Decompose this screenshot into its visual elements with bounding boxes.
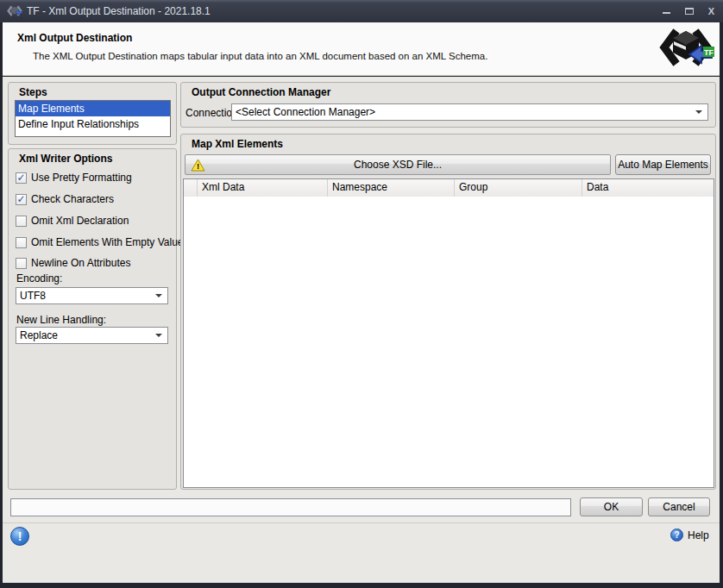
- dropdown-arrow-icon: [695, 110, 702, 114]
- checkbox-row-omit-elements-with-empty-value: ✓ Omit Elements With Empty Value: [16, 235, 184, 249]
- status-message-input[interactable]: [10, 498, 571, 516]
- steps-item-define-input-relationships[interactable]: Define Input Relationships: [16, 116, 170, 132]
- check-characters-checkbox[interactable]: ✓: [16, 194, 27, 205]
- checkbox-label: Omit Elements With Empty Value: [31, 236, 184, 248]
- encoding-value: UTF8: [16, 290, 155, 302]
- encoding-dropdown[interactable]: UTF8: [16, 287, 168, 304]
- connection-manager-value: <Select Connection Manager>: [232, 106, 695, 118]
- checkbox-label: Omit Xml Declaration: [31, 215, 129, 227]
- dialog-body: Steps Map Elements Define Input Relation…: [3, 77, 720, 583]
- checkbox-label: Newline On Attributes: [31, 257, 130, 269]
- auto-map-elements-label: Auto Map Elements: [618, 159, 708, 171]
- grid-header-data[interactable]: Data: [582, 179, 714, 197]
- grid-header-group[interactable]: Group: [455, 179, 582, 197]
- help-icon: ?: [670, 529, 683, 541]
- grid-header-namespace[interactable]: Namespace: [328, 179, 455, 197]
- xml-writer-options-panel: Xml Writer Options ✓ Use Pretty Formatti…: [8, 148, 177, 490]
- checkbox-label: Check Characters: [31, 193, 114, 205]
- checkbox-row-check-characters: ✓ Check Characters: [16, 192, 114, 206]
- window-title: TF - Xml Output Destination - 2021.18.1: [27, 5, 211, 17]
- encoding-label: Encoding:: [16, 272, 62, 285]
- dropdown-arrow-icon: [155, 334, 162, 337]
- new-line-handling-value: Replace: [16, 329, 155, 341]
- dialog-window: TF - Xml Output Destination - 2021.18.1 …: [0, 0, 723, 588]
- page-subtitle: The XML Output Destination maps tabular …: [33, 51, 487, 61]
- use-pretty-formatting-checkbox[interactable]: ✓: [16, 172, 27, 184]
- new-line-handling-label: New Line Handling:: [16, 314, 106, 326]
- grid-row-selector-header[interactable]: [184, 179, 198, 197]
- info-button[interactable]: !: [10, 527, 29, 546]
- task-factory-logo: TF: [659, 26, 714, 72]
- auto-map-elements-button[interactable]: Auto Map Elements: [615, 154, 711, 175]
- steps-panel: Steps Map Elements Define Input Relation…: [8, 82, 177, 145]
- checkbox-row-newline-on-attributes: ✓ Newline On Attributes: [16, 256, 130, 270]
- checkbox-label: Use Pretty Formatting: [31, 172, 132, 184]
- svg-text:!: !: [197, 161, 199, 171]
- grid-header-xml-data[interactable]: Xml Data: [198, 179, 328, 197]
- page-title: Xml Output Destination: [17, 32, 132, 44]
- grid-header-row: Xml Data Namespace Group Data: [184, 179, 714, 197]
- cancel-label: Cancel: [663, 501, 695, 513]
- app-logo-icon: [7, 4, 22, 18]
- ok-button[interactable]: OK: [580, 497, 643, 516]
- maximize-icon: [685, 8, 694, 15]
- help-label: Help: [688, 529, 709, 541]
- steps-listbox: Map Elements Define Input Relationships: [15, 100, 171, 137]
- checkmark-icon: ✓: [16, 172, 25, 183]
- maximize-button[interactable]: [685, 8, 694, 15]
- xml-writer-options-title: Xml Writer Options: [19, 153, 112, 165]
- info-icon: !: [18, 529, 22, 543]
- newline-on-attributes-checkbox[interactable]: ✓: [16, 258, 27, 269]
- grid-body-empty: [184, 197, 714, 487]
- checkmark-icon: ✓: [16, 194, 25, 204]
- close-icon: X: [708, 7, 714, 16]
- xml-mapping-grid: Xml Data Namespace Group Data: [183, 178, 714, 488]
- warning-icon: !: [191, 159, 205, 172]
- new-line-handling-dropdown[interactable]: Replace: [16, 327, 168, 344]
- checkbox-row-omit-xml-declaration: ✓ Omit Xml Declaration: [16, 214, 129, 228]
- minimize-icon: [663, 12, 670, 14]
- omit-elements-with-empty-value-checkbox[interactable]: ✓: [16, 237, 27, 248]
- footer-separator: [3, 522, 720, 523]
- output-connection-manager-panel: Output Connection Manager Connection: <S…: [180, 82, 716, 128]
- titlebar[interactable]: TF - Xml Output Destination - 2021.18.1 …: [0, 0, 723, 22]
- output-connection-manager-title: Output Connection Manager: [192, 86, 330, 98]
- cancel-button[interactable]: Cancel: [648, 497, 710, 516]
- choose-xsd-file-label: Choose XSD File...: [354, 159, 442, 171]
- checkbox-row-use-pretty-formatting: ✓ Use Pretty Formatting: [16, 171, 132, 185]
- help-button[interactable]: ? Help: [670, 529, 709, 541]
- map-xml-elements-panel: Map Xml Elements ! Choose XSD File... Au…: [180, 134, 716, 490]
- steps-item-map-elements[interactable]: Map Elements: [16, 101, 170, 116]
- map-xml-elements-title: Map Xml Elements: [192, 138, 283, 150]
- connection-manager-dropdown[interactable]: <Select Connection Manager>: [231, 103, 708, 121]
- dropdown-arrow-icon: [155, 294, 162, 297]
- close-button[interactable]: X: [708, 7, 714, 16]
- logo-tf-tag: TF: [704, 48, 714, 57]
- omit-xml-declaration-checkbox[interactable]: ✓: [16, 216, 27, 227]
- steps-panel-title: Steps: [19, 86, 47, 98]
- dialog-header: Xml Output Destination The XML Output De…: [3, 22, 720, 76]
- ok-label: OK: [604, 501, 619, 513]
- minimize-button[interactable]: [663, 9, 670, 14]
- choose-xsd-file-button[interactable]: ! Choose XSD File...: [185, 154, 611, 175]
